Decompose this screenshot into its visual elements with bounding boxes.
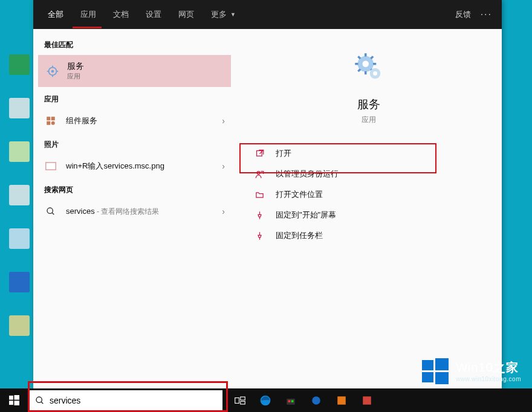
svg-rect-18 (355, 63, 358, 65)
svg-rect-32 (435, 372, 449, 384)
section-apps: 应用 (33, 88, 236, 108)
svg-rect-30 (435, 358, 449, 370)
app-result-row[interactable]: 组件服务 › (33, 108, 236, 134)
gear-icon (45, 64, 60, 79)
svg-rect-36 (14, 401, 19, 405)
svg-rect-26 (256, 150, 262, 156)
svg-rect-6 (47, 117, 50, 120)
app-icon[interactable] (329, 388, 354, 412)
web-result-label: services - 查看网络搜索结果 (66, 207, 222, 217)
svg-rect-16 (365, 53, 367, 56)
best-match-item[interactable]: 服务 应用 (38, 55, 231, 87)
svg-rect-39 (235, 398, 239, 403)
svg-rect-44 (288, 400, 291, 402)
web-result-row[interactable]: services - 查看网络搜索结果 › (33, 199, 236, 224)
search-icon (35, 396, 45, 405)
results-column: 最佳匹配 服务 应用 应用 (33, 29, 236, 388)
desktop-icon[interactable] (6, 185, 33, 221)
tab-apps[interactable]: 应用 (72, 0, 105, 29)
desktop-icon[interactable] (6, 98, 33, 134)
desktop-icon[interactable] (6, 141, 33, 178)
search-tabs: 全部 应用 文档 设置 网页 更多 ▼ 反馈 ··· (33, 0, 502, 29)
svg-rect-8 (47, 121, 50, 125)
action-pin-taskbar-label: 固定到任务栏 (276, 230, 323, 241)
svg-rect-43 (287, 399, 295, 405)
pin-icon (254, 230, 265, 241)
watermark: Win10之家 www.win10xitong.com (421, 356, 521, 385)
best-match-title: 服务 (67, 61, 84, 72)
svg-rect-19 (373, 63, 376, 65)
svg-rect-29 (422, 360, 433, 370)
desktop-icon[interactable] (6, 54, 33, 91)
app-result-label: 组件服务 (66, 115, 222, 126)
section-best-match: 最佳匹配 (33, 34, 236, 54)
best-match-subtitle: 应用 (67, 72, 84, 81)
feedback-link[interactable]: 反馈 (449, 9, 477, 20)
detail-subtitle: 应用 (362, 115, 376, 125)
svg-rect-7 (51, 117, 55, 120)
svg-point-1 (51, 69, 54, 72)
svg-point-46 (312, 396, 320, 405)
svg-rect-48 (363, 396, 371, 405)
svg-point-28 (257, 171, 260, 174)
desktop-icon[interactable] (6, 315, 33, 352)
start-button[interactable] (0, 388, 28, 412)
image-thumb-icon (44, 159, 57, 173)
store-icon[interactable] (278, 388, 303, 412)
svg-rect-31 (422, 372, 433, 382)
chevron-down-icon: ▼ (230, 11, 236, 18)
open-icon (254, 148, 265, 159)
folder-icon (254, 189, 265, 200)
app-icon[interactable] (354, 388, 380, 412)
svg-point-25 (373, 71, 377, 76)
svg-point-12 (47, 208, 53, 213)
gear-icon (348, 46, 390, 88)
svg-point-15 (363, 61, 369, 68)
taskbar (0, 388, 532, 412)
search-panel: 全部 应用 文档 设置 网页 更多 ▼ 反馈 ··· 最佳匹配 (33, 0, 502, 388)
photo-result-label: win+R输入services.msc.png (66, 161, 222, 172)
tab-docs[interactable]: 文档 (105, 0, 137, 29)
windows-logo-icon (421, 356, 450, 385)
chevron-right-icon: › (222, 207, 225, 216)
svg-rect-45 (291, 400, 294, 402)
svg-rect-34 (14, 395, 19, 400)
svg-rect-33 (9, 396, 13, 400)
action-pin-start-label: 固定到"开始"屏幕 (276, 210, 336, 220)
search-input[interactable] (50, 396, 216, 405)
action-run-as-admin[interactable]: 以管理员身份运行 (241, 164, 497, 184)
desktop-icon[interactable] (6, 272, 33, 308)
detail-actions: 打开 以管理员身份运行 打开文件位置 (236, 143, 502, 246)
tab-underline (73, 27, 102, 28)
windows-logo-icon (9, 395, 19, 405)
desktop-icon[interactable] (6, 228, 33, 265)
action-admin-label: 以管理员身份运行 (276, 169, 339, 179)
more-options-icon[interactable]: ··· (477, 9, 496, 20)
taskbar-search-box[interactable] (29, 390, 222, 410)
svg-rect-41 (241, 401, 245, 404)
app-icon[interactable] (303, 388, 329, 412)
svg-rect-47 (337, 396, 346, 405)
chevron-right-icon: › (222, 116, 225, 126)
action-open[interactable]: 打开 (241, 143, 497, 164)
tab-settings[interactable]: 设置 (137, 0, 170, 29)
action-open-location[interactable]: 打开文件位置 (241, 184, 497, 205)
tab-all[interactable]: 全部 (39, 0, 72, 29)
tab-web[interactable]: 网页 (170, 0, 203, 29)
edge-icon[interactable] (253, 388, 278, 412)
detail-column: 服务 应用 打开 以管理员身份运行 (236, 29, 502, 388)
action-pin-taskbar[interactable]: 固定到任务栏 (241, 225, 497, 246)
pin-icon (254, 210, 265, 220)
action-open-label: 打开 (276, 148, 291, 159)
action-location-label: 打开文件位置 (276, 189, 323, 200)
svg-rect-40 (241, 397, 245, 400)
search-icon (44, 205, 57, 218)
admin-icon (254, 169, 265, 179)
action-pin-start[interactable]: 固定到"开始"屏幕 (241, 205, 497, 225)
desktop-icons (6, 54, 33, 359)
photo-result-row[interactable]: win+R输入services.msc.png › (33, 153, 236, 179)
task-view-icon[interactable] (227, 388, 253, 412)
svg-line-13 (52, 213, 54, 214)
svg-rect-35 (9, 401, 13, 405)
section-web: 搜索网页 (33, 179, 236, 199)
